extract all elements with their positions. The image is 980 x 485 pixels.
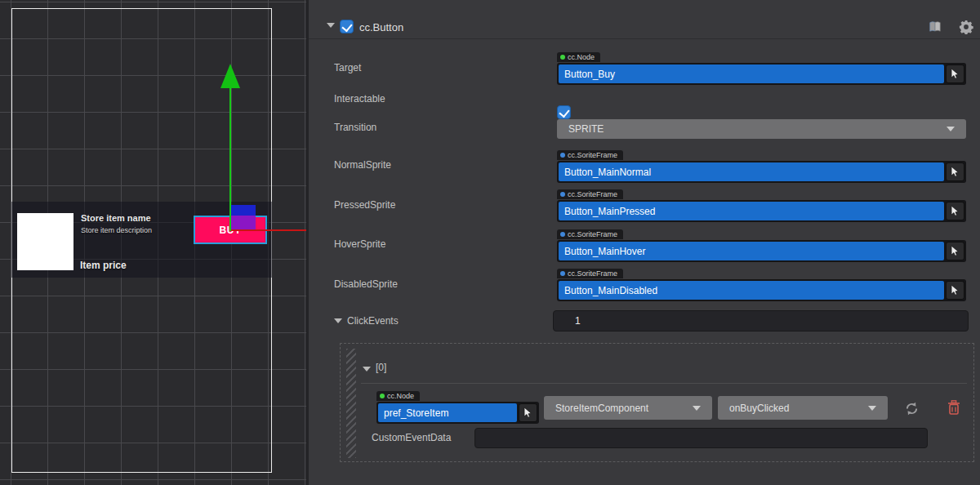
event0-handler-dropdown[interactable]: onBuyClicked [718, 396, 888, 420]
target-field-group: cc.Node Button_Buy [557, 48, 966, 85]
node-type-dot-icon [560, 55, 565, 60]
transition-value: SPRITE [568, 123, 604, 135]
store-item-name-label: Store item name [81, 213, 151, 223]
event0-collapse-icon[interactable] [363, 367, 371, 372]
normal-sprite-picker-button[interactable] [946, 162, 964, 181]
event0-delete-button[interactable] [945, 398, 963, 417]
gizmo-plane-top [231, 205, 256, 216]
click-events-collapse-icon[interactable] [334, 318, 342, 323]
normal-sprite-group: cc.SoriteFrame Button_MainNormal [557, 146, 966, 183]
hover-sprite-field[interactable]: Button_MainHover [557, 240, 966, 262]
pressed-sprite-field[interactable]: Button_MainPressed [557, 200, 966, 222]
custom-event-data-input[interactable] [474, 428, 928, 448]
gizmo-y-axis-arrow-icon[interactable] [220, 64, 240, 88]
interactable-checkbox[interactable] [557, 105, 571, 119]
cursor-picker-icon [951, 206, 960, 216]
spriteframe-type-dot-icon [560, 232, 565, 237]
chevron-down-icon [693, 406, 701, 411]
event0-index-label: [0] [376, 362, 386, 373]
event0-node-type-tag: cc.Node [376, 391, 420, 401]
normal-sprite-tag-label: cc.SoriteFrame [568, 151, 617, 159]
target-label: Target [334, 62, 361, 73]
cursor-picker-icon [951, 167, 960, 177]
spriteframe-type-dot-icon [560, 192, 565, 197]
cursor-picker-icon [951, 285, 960, 296]
store-item-description-label: Store item description [81, 226, 152, 234]
spriteframe-type-dot-icon [560, 153, 565, 158]
component-collapse-icon[interactable] [327, 23, 335, 28]
event0-node-picker-button[interactable] [519, 403, 537, 422]
target-type-tag-label: cc.Node [568, 53, 595, 61]
event0-node-group: cc.Node pref_StoreItem [376, 387, 539, 424]
disabled-sprite-field[interactable]: Button_MainDisabled [557, 279, 966, 301]
spriteframe-type-dot-icon [560, 271, 565, 276]
gizmo-y-axis-line[interactable] [229, 88, 231, 231]
target-type-tag: cc.Node [557, 52, 600, 62]
disabled-sprite-label: DisabledSprite [334, 278, 398, 290]
hover-sprite-label: HoverSprite [334, 238, 385, 250]
pressed-sprite-tag-label: cc.SoriteFrame [568, 190, 617, 198]
event0-node-value[interactable]: pref_StoreItem [378, 403, 517, 422]
pressed-sprite-value[interactable]: Button_MainPressed [559, 202, 944, 220]
component-title: cc.Button [359, 21, 403, 33]
target-picker-button[interactable] [946, 65, 964, 83]
cursor-picker-icon [951, 246, 960, 256]
header-divider [309, 38, 980, 39]
node-type-dot-icon [380, 394, 385, 398]
event0-refresh-button[interactable] [901, 399, 922, 417]
event0-component-dropdown[interactable]: StoreItemComponent [544, 396, 712, 420]
click-events-count-input[interactable]: 1 [553, 310, 969, 331]
click-events-array-box: [0] cc.Node pref_StoreItem StoreItemComp… [340, 343, 974, 462]
scene-view[interactable]: Store item name Store item description I… [0, 0, 306, 485]
hover-sprite-group: cc.SoriteFrame Button_MainHover [557, 225, 966, 262]
normal-sprite-field[interactable]: Button_MainNormal [557, 161, 966, 183]
event0-component-value: StoreItemComponent [555, 403, 648, 414]
click-events-count-value: 1 [575, 315, 581, 327]
disabled-sprite-tag-label: cc.SoriteFrame [568, 269, 617, 278]
refresh-icon [904, 402, 920, 416]
normal-sprite-label: NormalSprite [334, 159, 391, 171]
store-item-price-label: Item price [80, 260, 127, 271]
target-field[interactable]: Button_Buy [557, 63, 966, 85]
custom-event-data-label: CustomEventData [372, 432, 451, 443]
component-enabled-checkbox[interactable] [340, 20, 354, 33]
disabled-sprite-picker-button[interactable] [946, 281, 964, 300]
cursor-picker-icon [951, 69, 960, 79]
disabled-sprite-group: cc.SoriteFrame Button_MainDisabled [557, 265, 966, 301]
chevron-down-icon [947, 127, 955, 131]
target-value[interactable]: Button_Buy [559, 65, 944, 83]
hover-sprite-value[interactable]: Button_MainHover [559, 242, 944, 260]
chevron-down-icon [868, 406, 876, 411]
normal-sprite-value[interactable]: Button_MainNormal [559, 162, 944, 181]
help-book-icon[interactable] [927, 20, 943, 34]
gizmo-x-axis-line[interactable] [231, 229, 306, 231]
event0-divider [361, 383, 967, 384]
click-events-label: ClickEvents [347, 315, 399, 327]
store-item-thumbnail [17, 213, 74, 270]
transition-label: Transition [334, 122, 376, 133]
cursor-picker-icon [523, 407, 532, 418]
normal-sprite-type-tag: cc.SoriteFrame [557, 150, 623, 160]
event0-node-tag-label: cc.Node [387, 392, 414, 400]
hover-sprite-type-tag: cc.SoriteFrame [557, 229, 623, 239]
transition-dropdown[interactable]: SPRITE [557, 119, 966, 139]
hover-sprite-picker-button[interactable] [946, 242, 964, 260]
event0-handler-value: onBuyClicked [729, 403, 789, 414]
hover-sprite-tag-label: cc.SoriteFrame [568, 230, 617, 238]
pressed-sprite-type-tag: cc.SoriteFrame [557, 189, 623, 199]
inspector-panel: cc.Button Target Interactable Transition… [306, 0, 980, 485]
trash-icon [947, 400, 960, 416]
event0-node-field[interactable]: pref_StoreItem [376, 402, 539, 424]
gear-icon[interactable] [958, 19, 974, 35]
disabled-sprite-value[interactable]: Button_MainDisabled [559, 281, 944, 300]
pressed-sprite-group: cc.SoriteFrame Button_MainPressed [557, 185, 966, 222]
array-drag-handle[interactable] [346, 349, 356, 458]
pressed-sprite-label: PressedSprite [334, 199, 395, 211]
pressed-sprite-picker-button[interactable] [946, 202, 964, 220]
interactable-label: Interactable [334, 93, 385, 105]
gizmo-plane-handle[interactable] [231, 205, 256, 231]
disabled-sprite-type-tag: cc.SoriteFrame [557, 269, 623, 278]
